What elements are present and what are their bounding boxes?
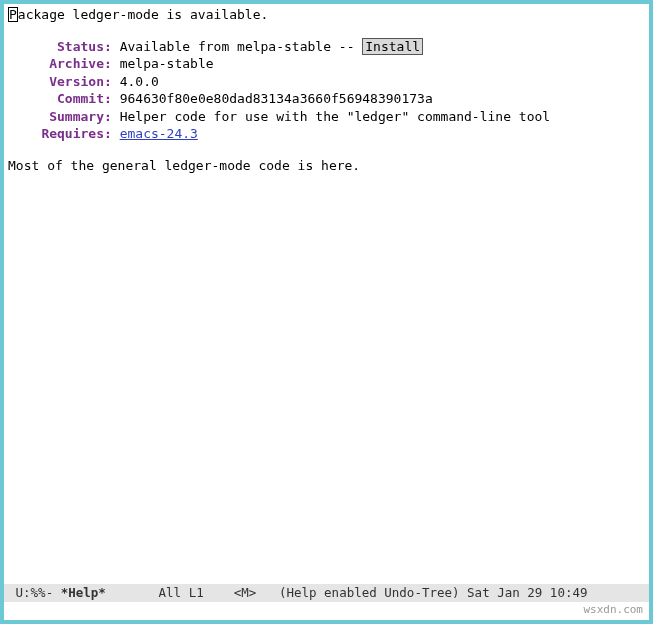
watermark: wsxdn.com <box>583 603 643 616</box>
mode-line[interactable]: U:%%- *Help* All L1 <M> (Help enabled Un… <box>4 584 649 602</box>
status-text: Available from melpa-stable -- <box>120 39 363 54</box>
summary-row: Summary: Helper code for use with the "l… <box>8 108 645 126</box>
status-row: Status: Available from melpa-stable -- I… <box>8 38 645 56</box>
archive-value: melpa-stable <box>120 56 214 71</box>
commit-label: Commit <box>8 90 104 108</box>
emacs-frame: Package ledger-mode is available. Status… <box>0 0 653 624</box>
version-label: Version <box>8 73 104 91</box>
package-header: Package ledger-mode is available. <box>8 6 645 24</box>
modeline-status: U:%%- <box>8 585 61 600</box>
install-button[interactable]: Install <box>362 38 423 55</box>
version-row: Version: 4.0.0 <box>8 73 645 91</box>
header-rest: ackage ledger-mode is available. <box>18 7 268 22</box>
requires-row: Requires: emacs-24.3 <box>8 125 645 143</box>
archive-label: Archive <box>8 55 104 73</box>
summary-value: Helper code for use with the "ledger" co… <box>120 109 550 124</box>
cursor: P <box>8 7 18 22</box>
commit-value: 964630f80e0e80dad83134a3660f56948390173a <box>120 91 433 106</box>
package-description: Most of the general ledger-mode code is … <box>8 157 645 175</box>
buffer-name: *Help* <box>61 585 106 600</box>
echo-area: wsxdn.com <box>4 602 649 620</box>
summary-label: Summary <box>8 108 104 126</box>
help-buffer[interactable]: Package ledger-mode is available. Status… <box>4 4 649 584</box>
archive-row: Archive: melpa-stable <box>8 55 645 73</box>
requires-link[interactable]: emacs-24.3 <box>120 126 198 141</box>
requires-label: Requires <box>8 125 104 143</box>
modeline-info: All L1 <M> (Help enabled Undo-Tree) Sat … <box>106 585 588 600</box>
commit-row: Commit: 964630f80e0e80dad83134a3660f5694… <box>8 90 645 108</box>
version-value: 4.0.0 <box>120 74 159 89</box>
status-label: Status <box>8 38 104 56</box>
